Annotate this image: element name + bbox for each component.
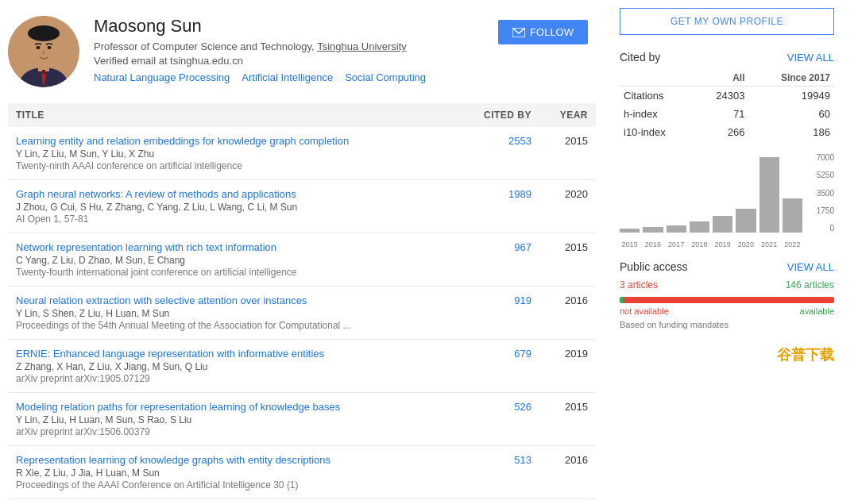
chart-bar-group: [643, 157, 663, 233]
tag-nlp[interactable]: Natural Language Processing: [94, 71, 230, 83]
y-label-0: 7000: [817, 153, 834, 162]
public-access-header: Public access VIEW ALL: [620, 260, 834, 273]
cited-by-cell[interactable]: 526: [458, 393, 539, 446]
stat-since: 19949: [749, 87, 835, 106]
university-link[interactable]: Tsinghua University: [317, 40, 407, 52]
not-available-label: not available: [620, 306, 669, 316]
cited-by-section: Cited by VIEW ALL All Since 2017 Citatio…: [620, 51, 834, 248]
chart-bar: [667, 225, 686, 233]
chart-x-label: 2020: [736, 240, 756, 248]
col-cited: CITED BY: [458, 103, 539, 127]
chart-bar-group: [783, 157, 802, 233]
paper-title-link[interactable]: Representation learning of knowledge gra…: [16, 454, 450, 466]
paper-info-cell: Network representation learning with ric…: [8, 233, 458, 287]
stats-table: All Since 2017 Citations 24303 19949 h-i…: [620, 70, 834, 141]
paper-venue: Twenty-ninth AAAI conference on artifici…: [16, 160, 450, 171]
view-all-link[interactable]: VIEW ALL: [787, 52, 834, 63]
stats-row: h-index 71 60: [620, 105, 834, 123]
chart-bar-group: [736, 157, 756, 233]
table-row: Network representation learning with ric…: [8, 233, 596, 287]
watermark: 谷普下载: [620, 345, 834, 364]
paper-info-cell: Representation learning of knowledge gra…: [8, 446, 458, 499]
cited-by-cell[interactable]: 919: [458, 287, 539, 340]
cited-by-cell[interactable]: 679: [458, 340, 539, 393]
paper-info-cell: ERNIE: Enhanced language representation …: [8, 340, 458, 393]
stats-row: Citations 24303 19949: [620, 87, 834, 106]
paper-venue: Proceedings of the AAAI Conference on Ar…: [16, 479, 450, 491]
paper-venue: Proceedings of the 54th Annual Meeting o…: [16, 320, 450, 331]
y-label-4: 0: [829, 224, 834, 233]
paper-venue: AI Open 1, 57-81: [16, 214, 450, 225]
paper-title-link[interactable]: Modeling relation paths for representati…: [16, 401, 450, 413]
cited-by-cell[interactable]: 2553: [458, 127, 539, 180]
available-label: available: [800, 306, 834, 316]
follow-label: FOLLOW: [530, 26, 574, 38]
y-label-2: 3500: [817, 189, 834, 198]
paper-title-link[interactable]: Learning entity and relation embeddings …: [16, 135, 450, 147]
chart-bar: [690, 221, 709, 233]
paper-info-cell: Modeling relation paths for representati…: [8, 393, 458, 446]
mail-icon: [512, 28, 525, 37]
paper-info-cell: Neural relation extraction with selectiv…: [8, 287, 458, 340]
cited-by-cell[interactable]: 1989: [458, 180, 539, 233]
year-cell: 2016: [539, 287, 596, 340]
paper-title-link[interactable]: Network representation learning with ric…: [16, 241, 450, 253]
year-cell: 2016: [539, 446, 596, 499]
paper-authors: Y Lin, Z Liu, H Luan, M Sun, S Rao, S Li…: [16, 414, 450, 425]
access-labels: not available available: [620, 306, 834, 316]
paper-venue: Twenty-fourth international joint confer…: [16, 267, 450, 278]
year-cell: 2015: [539, 127, 596, 180]
chart-bars: [620, 157, 802, 233]
paper-title-link[interactable]: Neural relation extraction with selectiv…: [16, 294, 450, 306]
paper-title-link[interactable]: ERNIE: Enhanced language representation …: [16, 348, 450, 360]
profile-email: Verified email at tsinghua.edu.cn: [94, 55, 596, 67]
year-cell: 2020: [539, 180, 596, 233]
papers-table: TITLE CITED BY YEAR Learning entity and …: [8, 103, 596, 499]
y-label-1: 5250: [817, 171, 834, 179]
year-cell: 2019: [539, 340, 596, 393]
svg-point-6: [48, 46, 52, 49]
svg-point-5: [37, 46, 41, 49]
public-access-view-all[interactable]: VIEW ALL: [787, 261, 834, 273]
get-profile-button[interactable]: GET MY OWN PROFILE: [620, 8, 834, 35]
profile-tags: Natural Language Processing Artificial I…: [94, 71, 596, 83]
chart-x-label: 2018: [690, 240, 709, 248]
col-title: TITLE: [8, 103, 458, 127]
stats-row: i10-index 266 186: [620, 123, 834, 141]
stat-all: 24303: [694, 87, 749, 106]
chart-x-label: 2017: [667, 240, 686, 248]
left-panel: Maosong Sun Professor of Computer Scienc…: [8, 8, 612, 499]
chart-bar-group: [667, 157, 686, 233]
svg-point-7: [42, 50, 45, 55]
table-row: Representation learning of knowledge gra…: [8, 446, 596, 499]
paper-venue: arXiv preprint arXiv:1506.00379: [16, 426, 450, 437]
chart-bar: [736, 209, 756, 233]
chart-bar-group: [620, 157, 640, 233]
cited-by-cell[interactable]: 513: [458, 446, 539, 499]
stat-all: 71: [694, 105, 749, 123]
public-access-section: Public access VIEW ALL 3 articles 146 ar…: [620, 260, 834, 329]
paper-authors: J Zhou, G Cui, S Hu, Z Zhang, C Yang, Z …: [16, 202, 450, 213]
avatar: [8, 16, 79, 87]
table-header-row: TITLE CITED BY YEAR: [8, 103, 596, 127]
funding-note: Based on funding mandates: [620, 320, 834, 329]
tag-social[interactable]: Social Computing: [345, 71, 426, 83]
tag-ai[interactable]: Artificial Intelligence: [242, 71, 333, 83]
chart-x-label: 2016: [643, 240, 663, 248]
cited-by-header: Cited by VIEW ALL: [620, 51, 834, 63]
table-row: Neural relation extraction with selectiv…: [8, 287, 596, 340]
chart-bar-group: [759, 157, 779, 233]
right-panel: GET MY OWN PROFILE Cited by VIEW ALL All…: [612, 8, 834, 499]
stats-header-row: All Since 2017: [620, 70, 834, 87]
col-since: Since 2017: [749, 70, 835, 87]
table-row: Graph neural networks: A review of metho…: [8, 180, 596, 233]
paper-authors: Y Lin, Z Liu, M Sun, Y Liu, X Zhu: [16, 148, 450, 160]
follow-button[interactable]: FOLLOW: [498, 20, 588, 44]
paper-title-link[interactable]: Graph neural networks: A review of metho…: [16, 188, 450, 200]
stat-label: h-index: [620, 105, 694, 123]
stat-since: 60: [749, 105, 835, 123]
table-row: Learning entity and relation embeddings …: [8, 127, 596, 180]
cited-by-title: Cited by: [620, 51, 660, 63]
stat-all: 266: [694, 123, 749, 141]
cited-by-cell[interactable]: 967: [458, 233, 539, 287]
